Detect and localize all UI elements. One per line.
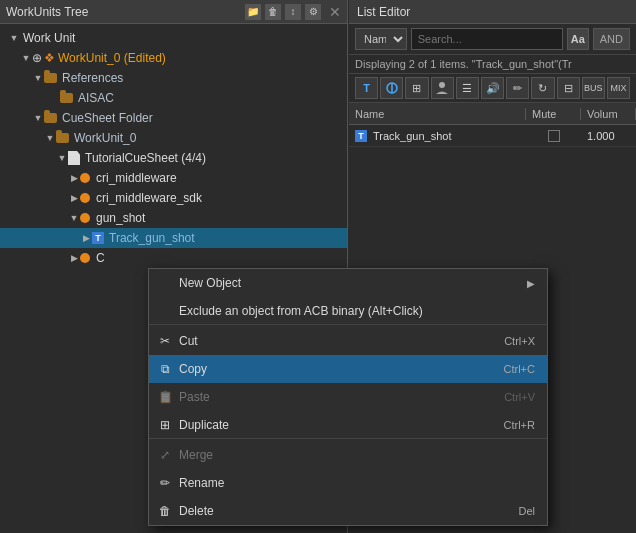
tb-btn-mix[interactable]: MIX bbox=[607, 77, 630, 99]
ctx-item-duplicate[interactable]: ⊞ Duplicate Ctrl+R bbox=[149, 411, 547, 439]
tree-item-aisac[interactable]: AISAC bbox=[0, 88, 347, 108]
arrow-cri-middleware-sdk: ▶ bbox=[68, 193, 80, 203]
tb-btn-bus[interactable]: BUS bbox=[582, 77, 605, 99]
merge-icon: ⤢ bbox=[157, 447, 173, 463]
list-header: Name Mute Volum bbox=[349, 103, 636, 125]
circle-cri-middleware-sdk-icon bbox=[80, 193, 90, 203]
tree-label-cri-middleware-sdk: cri_middleware_sdk bbox=[96, 191, 202, 205]
duplicate-icon: ⊞ bbox=[157, 417, 173, 433]
tree-item-track-gun-shot[interactable]: ▶ T Track_gun_shot bbox=[0, 228, 347, 248]
tree-item-references[interactable]: ▼ References bbox=[0, 68, 347, 88]
tree-item-c[interactable]: ▶ C bbox=[0, 248, 347, 268]
ctx-shortcut-copy: Ctrl+C bbox=[504, 363, 535, 375]
ctx-item-merge[interactable]: ⤢ Merge bbox=[149, 441, 547, 469]
right-toolbar: Name Aa AND bbox=[349, 24, 636, 55]
ctx-label-cut: Cut bbox=[179, 334, 198, 348]
workunit-icon2: ❖ bbox=[44, 51, 55, 65]
col-header-volume: Volum bbox=[581, 108, 636, 120]
blue-box-track-icon: T bbox=[92, 232, 104, 244]
sort-button[interactable]: ↕ bbox=[285, 4, 301, 20]
ctx-item-cut[interactable]: ✂ Cut Ctrl+X bbox=[149, 327, 547, 355]
tree-item-workunit0[interactable]: ▼ ⊕ ❖ WorkUnit_0 (Edited) bbox=[0, 48, 347, 68]
aa-button[interactable]: Aa bbox=[567, 28, 589, 50]
ctx-label-merge: Merge bbox=[179, 448, 213, 462]
panel-title-text: WorkUnits Tree bbox=[6, 5, 88, 19]
copy-icon: ⧉ bbox=[157, 361, 173, 377]
doc-tutorial-icon bbox=[68, 151, 80, 165]
tree-item-tutorial[interactable]: ▼ TutorialCueSheet (4/4) bbox=[0, 148, 347, 168]
list-cell-vol-0: 1.000 bbox=[581, 130, 636, 142]
ctx-item-copy[interactable]: ⧉ Copy Ctrl+C bbox=[149, 355, 547, 383]
rename-icon: ✏ bbox=[157, 475, 173, 491]
settings-button[interactable]: ⚙ bbox=[305, 4, 321, 20]
tb-btn-refresh[interactable]: ↻ bbox=[531, 77, 554, 99]
ctx-label-new-object: New Object bbox=[179, 276, 241, 290]
tree-label-gun-shot: gun_shot bbox=[96, 211, 145, 225]
tree-label-workunit0-inner: WorkUnit_0 bbox=[74, 131, 136, 145]
ctx-shortcut-cut: Ctrl+X bbox=[504, 335, 535, 347]
tree-item-cri-middleware[interactable]: ▶ cri_middleware bbox=[0, 168, 347, 188]
name-dropdown[interactable]: Name bbox=[355, 28, 407, 50]
trash-button[interactable]: 🗑 bbox=[265, 4, 281, 20]
tb-btn-table[interactable]: ⊟ bbox=[557, 77, 580, 99]
ctx-item-new-object[interactable]: New Object ▶ bbox=[149, 269, 547, 297]
arrow-track-gun-shot: ▶ bbox=[80, 233, 92, 243]
tb-btn-T[interactable]: T bbox=[355, 77, 378, 99]
ctx-item-paste[interactable]: 📋 Paste Ctrl+V bbox=[149, 383, 547, 411]
folder-cuesheet-icon bbox=[44, 113, 57, 123]
circle-gun-shot-icon bbox=[80, 213, 90, 223]
folder-workunit0-inner-icon bbox=[56, 133, 69, 143]
arrow-work-unit: ▼ bbox=[8, 33, 20, 43]
tb-btn-list[interactable]: ☰ bbox=[456, 77, 479, 99]
arrow-tutorial: ▼ bbox=[56, 153, 68, 163]
tree-item-work-unit[interactable]: ▼ Work Unit bbox=[0, 28, 347, 48]
delete-icon: 🗑 bbox=[157, 503, 173, 519]
left-panel-title-bar: WorkUnits Tree 📁 🗑 ↕ ⚙ ✕ bbox=[0, 0, 347, 24]
ctx-label-delete: Delete bbox=[179, 504, 214, 518]
tree-item-cri-middleware-sdk[interactable]: ▶ cri_middleware_sdk bbox=[0, 188, 347, 208]
ctx-label-copy: Copy bbox=[179, 362, 207, 376]
ctx-item-rename[interactable]: ✏ Rename bbox=[149, 469, 547, 497]
circle-cri-middleware-icon bbox=[80, 173, 90, 183]
ctx-shortcut-delete: Del bbox=[518, 505, 535, 517]
tree-item-gun-shot[interactable]: ▼ gun_shot bbox=[0, 208, 347, 228]
tb-btn-speaker[interactable]: 🔊 bbox=[481, 77, 504, 99]
right-panel-title: List Editor bbox=[357, 5, 410, 19]
mute-checkbox[interactable] bbox=[548, 130, 560, 142]
context-menu: New Object ▶ Exclude an object from ACB … bbox=[148, 268, 548, 526]
list-row-0[interactable]: T Track_gun_shot 1.000 bbox=[349, 125, 636, 147]
icon-toolbar: T ⊞ ☰ 🔊 ✏ ↻ ⊟ BUS MIX bbox=[349, 74, 636, 103]
cut-icon: ✂ bbox=[157, 333, 173, 349]
and-button[interactable]: AND bbox=[593, 28, 630, 50]
ctx-label-exclude-object: Exclude an object from ACB binary (Alt+C… bbox=[179, 304, 423, 318]
search-input[interactable] bbox=[411, 28, 563, 50]
folder-aisac-icon bbox=[60, 93, 73, 103]
close-icon: ✕ bbox=[329, 4, 341, 20]
ctx-label-paste: Paste bbox=[179, 390, 210, 404]
tb-btn-person[interactable] bbox=[431, 77, 454, 99]
arrow-c: ▶ bbox=[68, 253, 80, 263]
tb-btn-grid[interactable]: ⊞ bbox=[405, 77, 428, 99]
arrow-cuesheet-folder: ▼ bbox=[32, 113, 44, 123]
tree-label-tutorial: TutorialCueSheet (4/4) bbox=[85, 151, 206, 165]
svg-point-2 bbox=[439, 82, 445, 88]
tree-label-c: C bbox=[96, 251, 105, 265]
folder-references-icon bbox=[44, 73, 57, 83]
ctx-shortcut-duplicate: Ctrl+R bbox=[504, 419, 535, 431]
list-cell-name-0: T Track_gun_shot bbox=[349, 130, 526, 142]
arrow-gun-shot: ▼ bbox=[68, 213, 80, 223]
list-cell-mute-0[interactable] bbox=[526, 130, 581, 142]
ctx-item-delete[interactable]: 🗑 Delete Del bbox=[149, 497, 547, 525]
tree-label-workunit0: WorkUnit_0 (Edited) bbox=[58, 51, 166, 65]
ctx-item-exclude-object[interactable]: Exclude an object from ACB binary (Alt+C… bbox=[149, 297, 547, 325]
arrow-cri-middleware: ▶ bbox=[68, 173, 80, 183]
tree-item-cuesheet-folder[interactable]: ▼ CueSheet Folder bbox=[0, 108, 347, 128]
tree-label-cuesheet-folder: CueSheet Folder bbox=[62, 111, 153, 125]
tb-btn-edit[interactable]: ✏ bbox=[506, 77, 529, 99]
tree-label-cri-middleware: cri_middleware bbox=[96, 171, 177, 185]
tb-btn-wave[interactable] bbox=[380, 77, 403, 99]
left-panel-title: WorkUnits Tree bbox=[6, 5, 88, 19]
tree-label-aisac: AISAC bbox=[78, 91, 114, 105]
folder-button[interactable]: 📁 bbox=[245, 4, 261, 20]
tree-item-workunit0-inner[interactable]: ▼ WorkUnit_0 bbox=[0, 128, 347, 148]
